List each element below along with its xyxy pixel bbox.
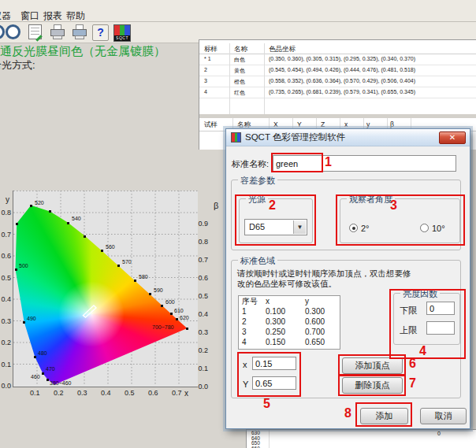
row-coords: (0.545, 0.454), (0.494, 0.426), (0.444, … bbox=[269, 67, 415, 72]
x-tick: 0.5 bbox=[125, 389, 135, 397]
menu-item-instrument[interactable]: 仪器 bbox=[0, 9, 11, 23]
spectral-locus-marker bbox=[117, 265, 120, 267]
group-label: 亮度因数 bbox=[400, 288, 440, 300]
radio-2-degree[interactable] bbox=[349, 224, 358, 232]
close-button[interactable]: ✕ bbox=[439, 131, 466, 144]
vertex-row[interactable]: 1 0.100 0.300 bbox=[239, 306, 340, 317]
beta-tick: 0.6 bbox=[192, 274, 208, 282]
y-coordinate-label: Y bbox=[243, 380, 248, 389]
lower-limit-input[interactable] bbox=[426, 302, 455, 315]
cell: 3 bbox=[239, 327, 262, 337]
wavelength-label: 500 bbox=[19, 263, 28, 268]
beta-tick: 0.5 bbox=[192, 292, 208, 300]
wavelength-label: 380~460 bbox=[50, 380, 71, 386]
column-header: β bbox=[390, 120, 394, 128]
annotation-number-5: 5 bbox=[263, 397, 270, 411]
wavelength-label: 470 bbox=[46, 366, 55, 372]
spectral-locus-marker bbox=[15, 268, 17, 271]
y-tick: 0.0 bbox=[0, 382, 11, 390]
cell: 2 bbox=[239, 317, 262, 327]
vertex-row[interactable]: 3 0.250 0.700 bbox=[239, 327, 340, 337]
beta-tick: 0.2 bbox=[192, 346, 208, 354]
row-name: 红色 bbox=[234, 89, 245, 97]
cell: 0.300 bbox=[302, 306, 338, 317]
row-name: 黄色 bbox=[234, 67, 245, 75]
print-icon[interactable] bbox=[49, 24, 67, 42]
sqct-logo-icon[interactable]: SQCT bbox=[113, 24, 131, 42]
upper-limit-input[interactable] bbox=[426, 321, 455, 335]
wavelength-label: 540 bbox=[72, 216, 81, 221]
wavelength-label: 560 bbox=[106, 244, 115, 250]
menu-item-report[interactable]: 报表 bbox=[43, 9, 62, 23]
color-standard-dialog: SQCT 色彩管理控制软件 ✕ 标准名称: 容差参数 光源 D65 ▼ 观察者角… bbox=[225, 128, 470, 429]
vertex-table[interactable]: 序号 x y 1 0.100 0.300 2 0.300 0.600 3 0.2… bbox=[238, 295, 340, 350]
app-window: 仪器 窗口 报表 帮助 ? SQCT 通反光膜昼间色（无金属镀膜） 给光方式: … bbox=[0, 0, 476, 448]
cie-chromaticity-chart: 520 540 560 570 580 590 600 610 620 700~… bbox=[13, 191, 198, 387]
column-header: 试样 bbox=[204, 120, 218, 130]
column-header: X bbox=[273, 120, 278, 128]
menu-item-window[interactable]: 窗口 bbox=[20, 9, 39, 23]
cell: 1 bbox=[239, 306, 262, 317]
wavelength-label: 580 bbox=[139, 274, 148, 280]
document-subtitle: 给光方式: bbox=[0, 58, 35, 72]
row-name: 白色 bbox=[234, 56, 245, 64]
observer-angle-group: 观察者角度 bbox=[340, 198, 460, 243]
row-id: 4 bbox=[204, 89, 207, 94]
group-label: 容差参数 bbox=[238, 175, 277, 187]
column-header: Z bbox=[321, 120, 325, 128]
light-source-select[interactable]: D65 ▼ bbox=[244, 219, 307, 235]
x-coordinate-label: x bbox=[243, 360, 247, 369]
vertex-row[interactable]: 2 0.300 0.600 bbox=[239, 317, 340, 327]
gamut-quad-overlay bbox=[13, 191, 199, 387]
cell: 0.300 bbox=[262, 317, 302, 327]
y-tick: 0.2 bbox=[0, 339, 11, 346]
beta-tick: 0.3 bbox=[192, 328, 208, 336]
table-row[interactable]: 3 橙色 (0.558, 0.352), (0.636, 0.364), (0.… bbox=[199, 76, 476, 87]
luminance-factor-group: 亮度因数 bbox=[393, 293, 460, 345]
cell: 0.150 bbox=[262, 337, 302, 347]
table-row[interactable]: * 1 白色 (0.350, 0.360), (0.305, 0.315), (… bbox=[199, 54, 476, 65]
cancel-button[interactable]: 取消 bbox=[420, 408, 467, 424]
y-tick: 0.4 bbox=[0, 295, 11, 303]
table-row[interactable]: 4 红色 (0.735, 0.265), (0.681, 0.239), (0.… bbox=[199, 87, 476, 98]
delete-vertex-button[interactable]: 删除顶点 bbox=[342, 377, 403, 394]
column-header: x bbox=[262, 296, 302, 306]
wavelength-list-panel: 630 640 650 660 0 bbox=[246, 429, 476, 448]
circle-icon[interactable] bbox=[5, 24, 23, 42]
group-label: 光源 bbox=[246, 194, 268, 205]
radio-10-degree[interactable] bbox=[420, 224, 429, 232]
dialog-titlebar[interactable]: SQCT 色彩管理控制软件 bbox=[226, 129, 470, 146]
dialog-icon bbox=[231, 132, 241, 143]
chevron-down-icon[interactable]: ▼ bbox=[293, 220, 306, 234]
cell: 4 bbox=[239, 337, 262, 347]
note-edit-icon[interactable] bbox=[27, 24, 45, 42]
beta-tick: 0.9 bbox=[192, 220, 208, 228]
selected-value: D65 bbox=[249, 222, 265, 231]
x-coordinate-input[interactable] bbox=[252, 357, 296, 370]
wavelength-label: 590 bbox=[154, 287, 163, 293]
print-export-icon[interactable] bbox=[71, 24, 89, 42]
x-tick: 0.3 bbox=[77, 389, 87, 397]
gridline bbox=[269, 430, 270, 448]
y-tick: 0.3 bbox=[0, 317, 11, 325]
vertex-row[interactable]: 4 0.150 0.650 bbox=[239, 337, 340, 347]
y-axis-title: y bbox=[6, 195, 9, 204]
gridline bbox=[229, 43, 230, 114]
document-title: 通反光膜昼间色（无金属镀膜） bbox=[0, 44, 165, 59]
y-coordinate-input[interactable] bbox=[252, 376, 296, 390]
x-tick: 0.1 bbox=[30, 389, 40, 397]
menu-item-help[interactable]: 帮助 bbox=[66, 9, 85, 23]
help-icon[interactable]: ? bbox=[91, 24, 110, 42]
add-button[interactable]: 添加 bbox=[360, 408, 408, 424]
add-vertex-button[interactable]: 添加顶点 bbox=[342, 357, 403, 374]
standard-name-input[interactable] bbox=[273, 155, 456, 172]
upper-limit-label: 上限 bbox=[400, 324, 417, 336]
gridline bbox=[264, 43, 265, 114]
spectral-locus-marker bbox=[16, 223, 18, 225]
row-coords: (0.558, 0.352), (0.636, 0.364), (0.570, … bbox=[269, 78, 415, 83]
table-row[interactable]: 2 黄色 (0.545, 0.454), (0.494, 0.426), (0.… bbox=[199, 65, 476, 76]
beta-tick: 0.0 bbox=[192, 383, 208, 391]
beta-tick: 0.1 bbox=[192, 365, 208, 372]
spectral-locus-marker bbox=[134, 280, 136, 282]
x-axis-title: x bbox=[184, 389, 188, 398]
